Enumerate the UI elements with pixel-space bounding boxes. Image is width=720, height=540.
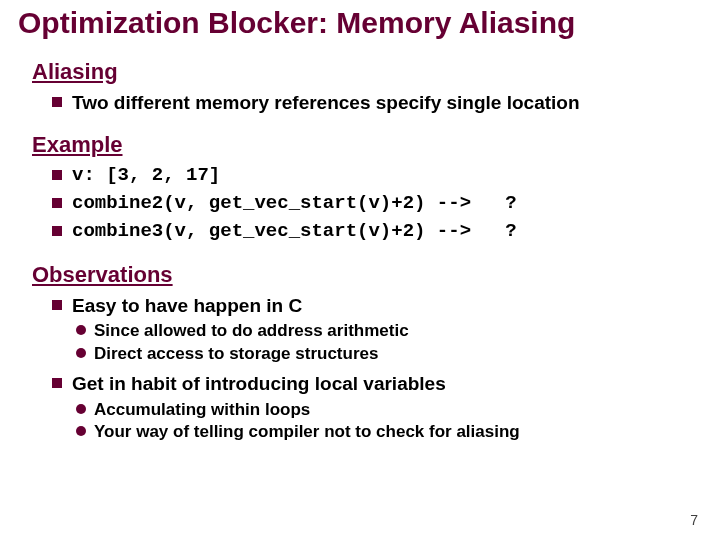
bullet-text: Easy to have happen in C	[72, 294, 302, 318]
bullet-text: Two different memory references specify …	[72, 91, 580, 115]
disc-bullet-icon	[76, 426, 86, 436]
bullet-row: combine2(v, get_vec_start(v)+2) --> ?	[52, 192, 702, 216]
slide-title: Optimization Blocker: Memory Aliasing	[18, 6, 702, 41]
section-head-aliasing: Aliasing	[32, 59, 702, 85]
bullet-row: Easy to have happen in C	[52, 294, 702, 318]
sub-bullet-text: Accumulating within loops	[94, 400, 310, 420]
bullet-text: Get in habit of introducing local variab…	[72, 372, 446, 396]
code-line: combine3(v, get_vec_start(v)+2) --> ?	[72, 220, 517, 244]
disc-bullet-icon	[76, 404, 86, 414]
code-line: v: [3, 2, 17]	[72, 164, 220, 188]
square-bullet-icon	[52, 226, 62, 236]
disc-bullet-icon	[76, 325, 86, 335]
square-bullet-icon	[52, 97, 62, 107]
section-head-example: Example	[32, 132, 702, 158]
bullet-row: Get in habit of introducing local variab…	[52, 372, 702, 396]
sub-bullet-row: Direct access to storage structures	[76, 344, 702, 364]
bullet-row: v: [3, 2, 17]	[52, 164, 702, 188]
square-bullet-icon	[52, 378, 62, 388]
square-bullet-icon	[52, 198, 62, 208]
sub-bullet-row: Your way of telling compiler not to chec…	[76, 422, 702, 442]
sub-bullet-row: Accumulating within loops	[76, 400, 702, 420]
disc-bullet-icon	[76, 348, 86, 358]
sub-bullet-text: Direct access to storage structures	[94, 344, 378, 364]
code-line: combine2(v, get_vec_start(v)+2) --> ?	[72, 192, 517, 216]
slide: Optimization Blocker: Memory Aliasing Al…	[0, 0, 720, 540]
section-head-observations: Observations	[32, 262, 702, 288]
sub-bullet-row: Since allowed to do address arithmetic	[76, 321, 702, 341]
sub-bullet-text: Since allowed to do address arithmetic	[94, 321, 409, 341]
bullet-row: Two different memory references specify …	[52, 91, 702, 115]
square-bullet-icon	[52, 300, 62, 310]
sub-bullet-text: Your way of telling compiler not to chec…	[94, 422, 520, 442]
page-number: 7	[690, 512, 698, 528]
bullet-row: combine3(v, get_vec_start(v)+2) --> ?	[52, 220, 702, 244]
square-bullet-icon	[52, 170, 62, 180]
